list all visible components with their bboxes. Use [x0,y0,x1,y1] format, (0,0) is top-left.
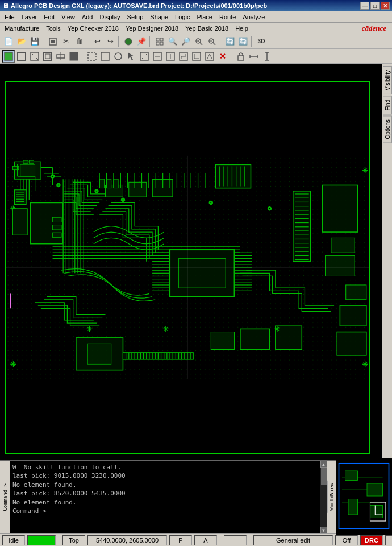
svg-rect-6 [160,42,163,45]
menu-analyze[interactable]: Analyze [239,13,268,22]
menu-yep-checker[interactable]: Yep Checker 2018 [64,24,122,33]
titlebar-controls: — □ ✕ [360,2,390,10]
menu-shape[interactable]: Shape [147,13,172,22]
svg-rect-210 [53,225,61,230]
menu-edit[interactable]: Edit [40,13,58,22]
layer-btn5[interactable] [55,50,67,63]
shape-btn3[interactable] [112,50,124,63]
shape-btn1[interactable] [86,50,98,63]
menu-tools[interactable]: Tools [43,24,64,33]
ratsnest-button[interactable] [122,35,135,48]
svg-rect-15 [18,52,26,60]
worldview-label: WorldView [327,481,336,513]
svg-rect-5 [156,42,159,45]
route-btn4[interactable] [177,50,190,63]
worldview-panel: WorldView [327,461,392,533]
pcb-canvas[interactable] [0,64,382,460]
measure-v-btn[interactable] [261,50,273,63]
status-a: A [194,535,217,545]
zoom-out-button[interactable]: 🔎 [180,35,192,48]
route-btn1[interactable] [138,50,151,63]
worldview-canvas[interactable] [336,458,392,535]
svg-rect-4 [160,38,163,41]
minimize-button[interactable]: — [360,2,369,10]
layer-btn2[interactable] [15,50,28,63]
layer-btn6[interactable] [68,50,80,63]
refresh-button[interactable]: 🔄 [224,35,236,48]
select-button[interactable] [47,35,59,48]
menu-layer[interactable]: Layer [18,13,41,22]
scroll-down-button[interactable]: ▼ [320,527,327,533]
menu-place[interactable]: Place [193,13,216,22]
cut-button[interactable]: ✂ [60,35,72,48]
undo-button[interactable]: ↩ [91,35,103,48]
measure-h-btn[interactable] [248,50,260,63]
menu-yep-designer[interactable]: Yep Designer 2018 [122,24,182,33]
titlebar: 🖥 Allegro PCB Design GXL (legacy): AUTOS… [0,0,392,11]
console-scrollbar[interactable]: ▲ ▼ [320,461,327,533]
delete-button[interactable]: 🗑 [73,35,85,48]
svg-rect-48 [23,160,28,163]
console-scroll-area[interactable]: W- No skill function to call. last pick:… [10,461,320,533]
route-btn3[interactable] [164,50,177,63]
menu-view[interactable]: View [58,13,78,22]
zoom-area-button[interactable] [206,35,218,48]
pcb-traces-svg [6,82,369,453]
svg-line-8 [200,43,202,45]
status-indicator [27,535,56,545]
maximize-button[interactable]: □ [370,2,380,10]
svg-rect-18 [44,52,52,60]
new-file-button[interactable]: 📄 [2,35,15,48]
separator4 [149,36,152,47]
svg-rect-213 [107,179,111,188]
menu-help[interactable]: Help [232,24,252,33]
status-mode: Idle [2,535,25,545]
grid-button[interactable] [153,35,166,48]
lock-btn[interactable] [235,50,247,63]
zoom-in-button[interactable]: 🔍 [166,35,179,48]
layer-btn3[interactable] [28,50,41,63]
scroll-thumb[interactable] [321,468,327,485]
console-line1: W- No skill function to call. [12,463,318,471]
menu-manufacture[interactable]: Manufacture [1,24,43,33]
save-button[interactable]: 💾 [28,35,41,48]
svg-rect-36 [238,56,244,60]
3d-button[interactable]: 3D [255,35,268,48]
refresh2-button[interactable]: 🔄 [237,35,249,48]
svg-point-25 [115,53,122,60]
menu-add[interactable]: Add [78,13,97,22]
svg-rect-34 [193,52,201,60]
route-btn5[interactable] [190,50,203,63]
shape-btn2[interactable] [99,50,111,63]
redo-button[interactable]: ↪ [104,35,116,48]
layer-btn4[interactable] [41,50,54,63]
options-tab[interactable]: Options [383,115,392,143]
scroll-track [320,468,327,527]
svg-rect-214 [114,179,118,188]
cursor-btn[interactable] [125,50,137,63]
pin-button[interactable]: 📌 [135,35,148,48]
svg-line-12 [213,43,215,45]
close-button[interactable]: ✕ [381,2,390,10]
open-file-button[interactable]: 📂 [15,35,28,48]
console-line2: last pick: 9015.0000 3230.0000 [12,471,318,480]
pcb-board[interactable] [5,81,370,454]
menu-logic[interactable]: Logic [172,13,193,22]
zoom-fit-button[interactable] [193,35,205,48]
status-layer: Top [62,535,85,545]
route-btn2[interactable] [151,50,164,63]
menu-setup[interactable]: Setup [124,13,147,22]
route-btn6[interactable] [203,50,216,63]
scroll-up-button[interactable]: ▲ [320,461,327,468]
delete-btn[interactable]: ✕ [216,50,229,63]
menu-display[interactable]: Display [96,13,123,22]
layer-top-button[interactable] [2,50,15,63]
svg-rect-49 [29,160,34,163]
visibility-tab[interactable]: Visibility [383,66,392,94]
app-icon: 🖥 [2,2,9,9]
find-tab[interactable]: Find [383,96,392,114]
menu-route[interactable]: Route [216,13,239,22]
menu-yep-basic[interactable]: Yep Basic 2018 [182,24,232,33]
status-p: P [169,535,192,545]
menu-file[interactable]: File [1,13,18,22]
